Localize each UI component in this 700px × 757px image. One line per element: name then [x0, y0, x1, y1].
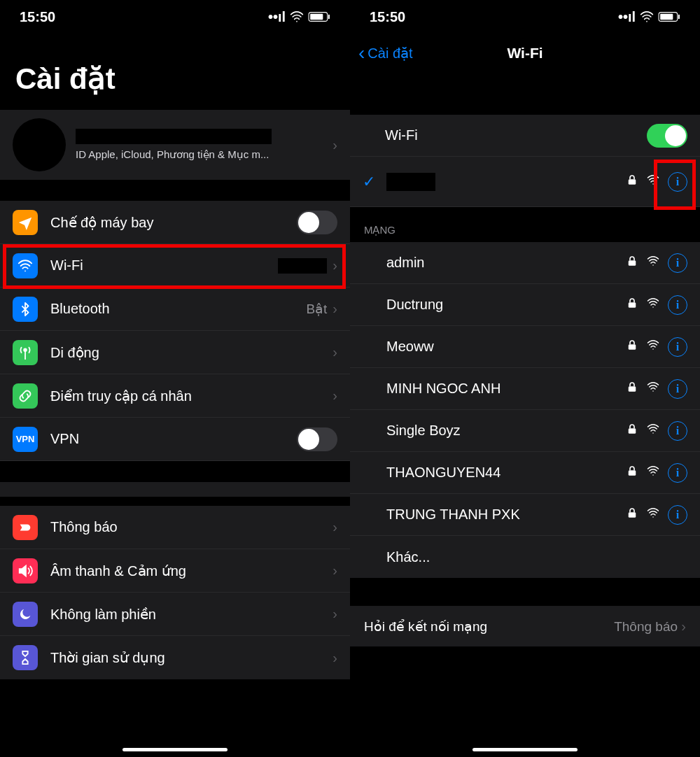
- nav-bar: ‹ Cài đặt Wi-Fi: [350, 34, 700, 73]
- network-row[interactable]: Meowwi: [350, 326, 700, 368]
- row-label: Hỏi để kết nối mạng: [364, 618, 487, 635]
- lock-icon: [626, 507, 638, 523]
- network-name: MINH NGOC ANH: [386, 381, 626, 397]
- hourglass-icon: [13, 645, 38, 670]
- check-icon: ✓: [363, 173, 386, 191]
- row-wifi[interactable]: Wi-Fi ›: [0, 244, 350, 288]
- row-screentime[interactable]: Thời gian sử dụng ›: [0, 636, 350, 679]
- nav-title: Wi-Fi: [507, 45, 542, 62]
- info-icon[interactable]: i: [668, 463, 687, 483]
- info-icon[interactable]: i: [668, 172, 687, 192]
- network-name: THAONGUYEN44: [386, 465, 626, 481]
- row-sound[interactable]: Âm thanh & Cảm ứng ›: [0, 549, 350, 593]
- signal-icon: ••ıl: [268, 9, 286, 25]
- airplane-toggle[interactable]: [297, 211, 337, 234]
- row-bluetooth[interactable]: Bluetooth Bật ›: [0, 288, 350, 331]
- network-row[interactable]: admini: [350, 242, 700, 284]
- network-row[interactable]: MINH NGOC ANHi: [350, 368, 700, 410]
- network-row[interactable]: TRUNG THANH PXKi: [350, 494, 700, 536]
- row-notifications[interactable]: Thông báo ›: [0, 506, 350, 549]
- status-indicators: ••ıl: [268, 9, 330, 25]
- status-time: 15:50: [20, 9, 55, 25]
- lock-icon: [626, 465, 638, 481]
- info-icon[interactable]: i: [668, 337, 687, 357]
- chevron-right-icon: ›: [332, 606, 337, 622]
- row-value: Thông báo: [614, 619, 678, 634]
- svg-rect-7: [660, 14, 673, 20]
- row-airplane-mode[interactable]: Chế độ máy bay: [0, 201, 350, 244]
- battery-icon: [308, 11, 330, 22]
- status-bar: 15:50 ••ıl: [0, 0, 350, 34]
- chevron-right-icon: ›: [332, 388, 337, 404]
- chevron-right-icon: ›: [332, 301, 337, 317]
- bell-icon: [13, 515, 38, 540]
- back-button[interactable]: ‹ Cài đặt: [358, 43, 413, 63]
- connected-ssid-redacted: [386, 173, 435, 191]
- lock-icon: [626, 255, 638, 271]
- row-dnd[interactable]: Không làm phiền ›: [0, 593, 350, 636]
- wifi-value-redacted: [278, 258, 327, 274]
- row-label: Wi-Fi: [363, 127, 647, 143]
- network-name: Single Boyz: [386, 423, 626, 439]
- speaker-icon: [13, 558, 38, 583]
- airplane-icon: [13, 210, 38, 235]
- wifi-icon: [647, 423, 659, 439]
- wifi-icon: [13, 253, 38, 278]
- svg-rect-4: [310, 14, 323, 20]
- bluetooth-icon: [13, 297, 38, 322]
- apple-id-row[interactable]: ID Apple, iCloud, Phương tiện & Mục m...…: [0, 110, 350, 180]
- row-hotspot[interactable]: Điểm truy cập cá nhân ›: [0, 374, 350, 418]
- wifi-toggle[interactable]: [647, 124, 687, 148]
- info-icon[interactable]: i: [668, 505, 687, 525]
- row-label: Âm thanh & Cảm ứng: [50, 563, 332, 579]
- page-title: Cài đặt: [0, 34, 350, 110]
- wifi-toggle-row[interactable]: Wi-Fi: [350, 115, 700, 157]
- chevron-right-icon: ›: [332, 257, 337, 274]
- wifi-icon: [647, 255, 659, 271]
- status-bar: 15:50 ••ıl: [350, 0, 700, 34]
- info-icon[interactable]: i: [668, 295, 687, 315]
- network-row[interactable]: Single Boyzi: [350, 410, 700, 452]
- settings-screen: 15:50 ••ıl Cài đặt ID Apple, iCloud, Phư…: [0, 0, 350, 757]
- avatar: [13, 118, 66, 171]
- row-value: Bật: [306, 301, 327, 317]
- lock-icon: [626, 423, 638, 439]
- row-cellular[interactable]: Di động ›: [0, 331, 350, 374]
- chevron-right-icon: ›: [332, 563, 337, 579]
- info-icon[interactable]: i: [668, 379, 687, 399]
- network-name: Meoww: [386, 339, 626, 355]
- home-indicator[interactable]: [472, 748, 578, 751]
- home-indicator[interactable]: [122, 748, 227, 751]
- battery-icon: [658, 11, 680, 22]
- status-indicators: ••ıl: [618, 9, 680, 25]
- back-label: Cài đặt: [368, 45, 412, 62]
- ask-to-join-row[interactable]: Hỏi để kết nối mạng Thông báo ›: [350, 606, 700, 646]
- network-name: admin: [386, 255, 626, 271]
- account-subtitle: ID Apple, iCloud, Phương tiện & Mục m...: [76, 148, 332, 161]
- status-time: 15:50: [370, 9, 405, 25]
- wifi-icon: [640, 10, 654, 24]
- row-vpn[interactable]: VPN VPN: [0, 418, 350, 461]
- row-label: Khác...: [386, 549, 687, 565]
- connected-network-row[interactable]: ✓ i: [350, 157, 700, 207]
- wifi-screen: 15:50 ••ıl ‹ Cài đặt Wi-Fi Wi-Fi ✓ i: [350, 0, 700, 757]
- svg-rect-5: [328, 15, 330, 19]
- chevron-right-icon: ›: [332, 650, 337, 666]
- vpn-icon: VPN: [13, 427, 38, 452]
- row-label: Wi-Fi: [50, 257, 278, 274]
- network-row[interactable]: THAONGUYEN44i: [350, 452, 700, 494]
- wifi-icon: [647, 465, 659, 481]
- network-row[interactable]: Ductrungi: [350, 284, 700, 326]
- vpn-toggle[interactable]: [297, 427, 337, 451]
- lock-icon: [626, 381, 638, 397]
- account-name-redacted: [76, 129, 272, 144]
- chevron-right-icon: ›: [332, 137, 337, 153]
- wifi-icon: [647, 339, 659, 355]
- antenna-icon: [13, 340, 38, 365]
- svg-rect-8: [678, 15, 680, 19]
- signal-icon: ••ıl: [618, 9, 636, 25]
- link-icon: [13, 383, 38, 409]
- info-icon[interactable]: i: [668, 421, 687, 441]
- other-network-row[interactable]: Khác...: [350, 536, 700, 578]
- info-icon[interactable]: i: [668, 253, 687, 273]
